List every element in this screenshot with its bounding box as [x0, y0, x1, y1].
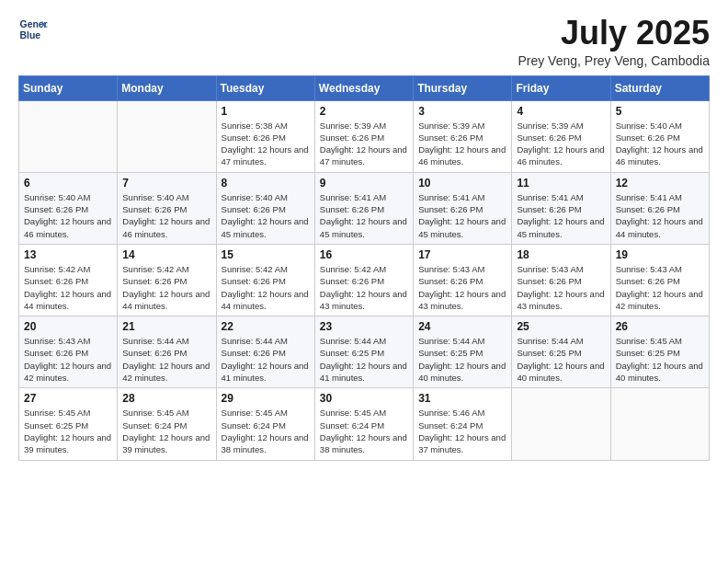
month-title: July 2025	[518, 15, 710, 52]
calendar-cell: 14Sunrise: 5:42 AM Sunset: 6:26 PM Dayli…	[118, 244, 216, 316]
day-info: Sunrise: 5:45 AM Sunset: 6:24 PM Dayligh…	[320, 407, 408, 455]
calendar-cell: 3Sunrise: 5:39 AM Sunset: 6:26 PM Daylig…	[414, 100, 512, 172]
calendar-cell: 30Sunrise: 5:45 AM Sunset: 6:24 PM Dayli…	[314, 388, 413, 460]
day-number: 12	[616, 177, 704, 190]
day-number: 30	[320, 392, 408, 405]
calendar-cell: 27Sunrise: 5:45 AM Sunset: 6:25 PM Dayli…	[19, 388, 118, 460]
calendar-cell: 7Sunrise: 5:40 AM Sunset: 6:26 PM Daylig…	[118, 172, 216, 244]
day-number: 25	[517, 320, 605, 333]
svg-text:Blue: Blue	[20, 30, 41, 40]
day-info: Sunrise: 5:41 AM Sunset: 6:26 PM Dayligh…	[418, 191, 506, 240]
day-info: Sunrise: 5:42 AM Sunset: 6:26 PM Dayligh…	[122, 263, 210, 312]
calendar-cell	[512, 388, 610, 460]
calendar-cell: 21Sunrise: 5:44 AM Sunset: 6:26 PM Dayli…	[118, 316, 216, 388]
day-number: 31	[418, 392, 506, 405]
day-number: 8	[222, 177, 310, 190]
day-info: Sunrise: 5:40 AM Sunset: 6:26 PM Dayligh…	[122, 191, 210, 240]
day-info: Sunrise: 5:45 AM Sunset: 6:24 PM Dayligh…	[122, 407, 210, 455]
day-number: 11	[517, 177, 605, 190]
day-number: 9	[320, 177, 408, 190]
calendar-cell: 11Sunrise: 5:41 AM Sunset: 6:26 PM Dayli…	[512, 172, 610, 244]
day-number: 24	[418, 320, 506, 333]
calendar-cell: 8Sunrise: 5:40 AM Sunset: 6:26 PM Daylig…	[216, 172, 314, 244]
day-number: 7	[122, 177, 210, 190]
calendar-cell: 23Sunrise: 5:44 AM Sunset: 6:25 PM Dayli…	[314, 316, 413, 388]
day-number: 29	[222, 392, 310, 405]
calendar-cell: 9Sunrise: 5:41 AM Sunset: 6:26 PM Daylig…	[314, 172, 413, 244]
day-info: Sunrise: 5:43 AM Sunset: 6:26 PM Dayligh…	[24, 335, 112, 384]
calendar-cell: 18Sunrise: 5:43 AM Sunset: 6:26 PM Dayli…	[512, 244, 610, 316]
calendar-header-thursday: Thursday	[414, 75, 512, 100]
day-number: 4	[517, 105, 605, 118]
day-number: 15	[222, 248, 310, 261]
calendar-cell: 13Sunrise: 5:42 AM Sunset: 6:26 PM Dayli…	[19, 244, 118, 316]
calendar-cell: 4Sunrise: 5:39 AM Sunset: 6:26 PM Daylig…	[512, 100, 610, 172]
day-info: Sunrise: 5:42 AM Sunset: 6:26 PM Dayligh…	[222, 263, 310, 312]
day-number: 20	[24, 320, 112, 333]
day-info: Sunrise: 5:45 AM Sunset: 6:25 PM Dayligh…	[24, 407, 112, 455]
day-info: Sunrise: 5:41 AM Sunset: 6:26 PM Dayligh…	[517, 191, 605, 240]
calendar-cell: 25Sunrise: 5:44 AM Sunset: 6:25 PM Dayli…	[512, 316, 610, 388]
calendar-header-row: SundayMondayTuesdayWednesdayThursdayFrid…	[19, 75, 710, 100]
day-number: 14	[122, 248, 210, 261]
day-info: Sunrise: 5:38 AM Sunset: 6:26 PM Dayligh…	[222, 120, 310, 168]
day-number: 3	[418, 105, 506, 118]
day-info: Sunrise: 5:44 AM Sunset: 6:25 PM Dayligh…	[517, 335, 605, 384]
calendar-table: SundayMondayTuesdayWednesdayThursdayFrid…	[18, 75, 710, 461]
day-number: 10	[418, 177, 506, 190]
day-info: Sunrise: 5:41 AM Sunset: 6:26 PM Dayligh…	[320, 191, 408, 240]
day-number: 6	[24, 177, 112, 190]
day-info: Sunrise: 5:39 AM Sunset: 6:26 PM Dayligh…	[418, 120, 506, 168]
calendar-cell: 22Sunrise: 5:44 AM Sunset: 6:26 PM Dayli…	[216, 316, 314, 388]
day-number: 22	[222, 320, 310, 333]
day-number: 23	[320, 320, 408, 333]
day-info: Sunrise: 5:43 AM Sunset: 6:26 PM Dayligh…	[517, 263, 605, 312]
calendar-cell: 29Sunrise: 5:45 AM Sunset: 6:24 PM Dayli…	[216, 388, 314, 460]
day-number: 28	[122, 392, 210, 405]
day-number: 21	[122, 320, 210, 333]
calendar-cell: 26Sunrise: 5:45 AM Sunset: 6:25 PM Dayli…	[610, 316, 709, 388]
calendar-header-tuesday: Tuesday	[216, 75, 314, 100]
day-info: Sunrise: 5:39 AM Sunset: 6:26 PM Dayligh…	[320, 120, 408, 168]
calendar-cell: 24Sunrise: 5:44 AM Sunset: 6:25 PM Dayli…	[414, 316, 512, 388]
calendar-cell: 2Sunrise: 5:39 AM Sunset: 6:26 PM Daylig…	[314, 100, 413, 172]
day-info: Sunrise: 5:41 AM Sunset: 6:26 PM Dayligh…	[616, 191, 704, 240]
day-info: Sunrise: 5:44 AM Sunset: 6:26 PM Dayligh…	[222, 335, 310, 384]
day-number: 2	[320, 105, 408, 118]
day-number: 1	[222, 105, 310, 118]
day-number: 27	[24, 392, 112, 405]
day-info: Sunrise: 5:44 AM Sunset: 6:25 PM Dayligh…	[418, 335, 506, 384]
page-header: General Blue July 2025 Prey Veng, Prey V…	[18, 15, 710, 68]
calendar-cell: 6Sunrise: 5:40 AM Sunset: 6:26 PM Daylig…	[19, 172, 118, 244]
calendar-cell: 16Sunrise: 5:42 AM Sunset: 6:26 PM Dayli…	[314, 244, 413, 316]
calendar-cell: 31Sunrise: 5:46 AM Sunset: 6:24 PM Dayli…	[414, 388, 512, 460]
calendar-header-wednesday: Wednesday	[314, 75, 413, 100]
calendar-week-row: 20Sunrise: 5:43 AM Sunset: 6:26 PM Dayli…	[19, 316, 710, 388]
day-info: Sunrise: 5:46 AM Sunset: 6:24 PM Dayligh…	[418, 407, 506, 455]
calendar-cell: 10Sunrise: 5:41 AM Sunset: 6:26 PM Dayli…	[414, 172, 512, 244]
calendar-header-saturday: Saturday	[610, 75, 709, 100]
day-info: Sunrise: 5:42 AM Sunset: 6:26 PM Dayligh…	[320, 263, 408, 312]
day-info: Sunrise: 5:40 AM Sunset: 6:26 PM Dayligh…	[24, 191, 112, 240]
day-number: 17	[418, 248, 506, 261]
calendar-header-friday: Friday	[512, 75, 610, 100]
day-info: Sunrise: 5:40 AM Sunset: 6:26 PM Dayligh…	[616, 120, 704, 168]
day-number: 16	[320, 248, 408, 261]
calendar-header-sunday: Sunday	[19, 75, 118, 100]
calendar-cell: 12Sunrise: 5:41 AM Sunset: 6:26 PM Dayli…	[610, 172, 709, 244]
logo-icon: General Blue	[18, 15, 48, 44]
day-info: Sunrise: 5:39 AM Sunset: 6:26 PM Dayligh…	[517, 120, 605, 168]
day-info: Sunrise: 5:42 AM Sunset: 6:26 PM Dayligh…	[24, 263, 112, 312]
day-number: 18	[517, 248, 605, 261]
location: Prey Veng, Prey Veng, Cambodia	[518, 53, 710, 68]
title-section: July 2025 Prey Veng, Prey Veng, Cambodia	[518, 15, 710, 68]
calendar-cell: 19Sunrise: 5:43 AM Sunset: 6:26 PM Dayli…	[610, 244, 709, 316]
day-info: Sunrise: 5:43 AM Sunset: 6:26 PM Dayligh…	[616, 263, 704, 312]
calendar-cell: 5Sunrise: 5:40 AM Sunset: 6:26 PM Daylig…	[610, 100, 709, 172]
day-info: Sunrise: 5:43 AM Sunset: 6:26 PM Dayligh…	[418, 263, 506, 312]
day-info: Sunrise: 5:44 AM Sunset: 6:25 PM Dayligh…	[320, 335, 408, 384]
calendar-cell: 15Sunrise: 5:42 AM Sunset: 6:26 PM Dayli…	[216, 244, 314, 316]
day-number: 19	[616, 248, 704, 261]
calendar-cell: 28Sunrise: 5:45 AM Sunset: 6:24 PM Dayli…	[118, 388, 216, 460]
day-number: 5	[616, 105, 704, 118]
